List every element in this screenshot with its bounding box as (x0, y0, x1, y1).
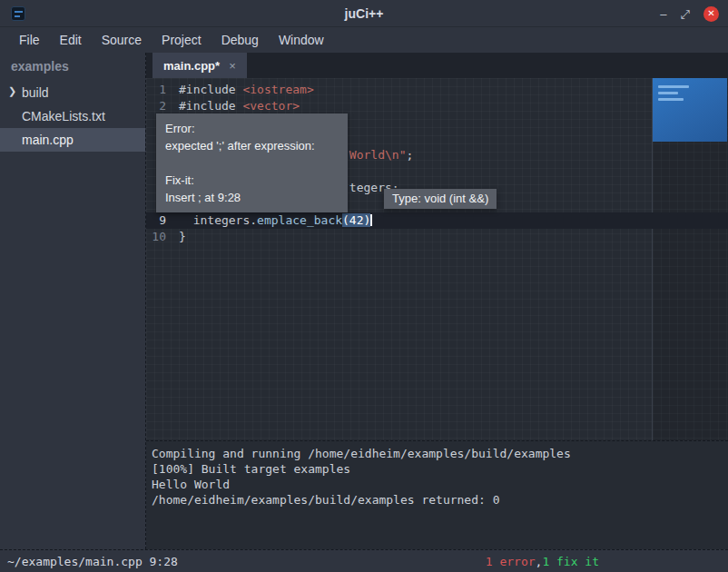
tooltip-spacer (165, 154, 339, 172)
terminal-line: [100%] Built target examples (152, 461, 723, 477)
menu-item-project[interactable]: Project (152, 28, 212, 52)
fixit-label: Fix-it: (165, 172, 339, 189)
menu-item-file[interactable]: File (9, 28, 50, 52)
tree-item-label: CMakeLists.txt (22, 109, 105, 123)
file-tree: ❯buildCMakeLists.txtmain.cpp (0, 81, 145, 152)
line-number: 10 (146, 229, 173, 245)
menu-item-edit[interactable]: Edit (50, 28, 92, 52)
code-token: 42 (349, 213, 364, 227)
code-token: . (250, 213, 257, 227)
line-number: 2 (146, 98, 173, 114)
code-text: } (173, 229, 186, 245)
code-token: ) (364, 213, 371, 227)
code-editor[interactable]: 1#include <iostream>2#include <vector>34… (146, 78, 728, 440)
status-separator: , (536, 555, 543, 568)
terminal-line: Compiling and running /home/eidheim/exam… (152, 446, 723, 461)
line-number: 9 (146, 212, 173, 229)
code-token (179, 213, 193, 227)
maximize-icon[interactable]: ⤢ (681, 8, 690, 20)
menu-item-debug[interactable]: Debug (212, 28, 269, 52)
tab-label: main.cpp* (163, 59, 220, 73)
error-tooltip: Error: expected ';' after expression: Fi… (156, 113, 348, 212)
menu-item-source[interactable]: Source (92, 28, 152, 52)
status-bar: ~/examples/main.cpp 9:28 1 error , 1 fix… (0, 549, 728, 572)
code-token: #include (179, 83, 242, 96)
code-text: #include <vector> (173, 98, 300, 114)
thumbnail-line (658, 98, 684, 101)
tree-item-main-cpp[interactable]: main.cpp (0, 128, 145, 152)
terminal-line: Hello World (152, 477, 723, 492)
title-bar: juCi++ – ⤢ ✕ (0, 0, 728, 27)
sidebar: examples ❯buildCMakeLists.txtmain.cpp (0, 53, 146, 549)
project-name: examples (0, 53, 145, 81)
tree-item-label: build (22, 85, 49, 100)
close-icon[interactable]: ✕ (703, 6, 719, 22)
status-file-position: ~/examples/main.cpp 9:28 (7, 555, 178, 568)
status-diagnostics: 1 error , 1 fix it (486, 550, 599, 572)
code-token: ; (406, 148, 413, 162)
tree-item-build[interactable]: ❯build (0, 81, 145, 104)
code-text: integers.emplace_back(42) (173, 212, 372, 229)
line-number: 1 (146, 82, 173, 98)
thumbnail-line (658, 85, 689, 88)
text-cursor (370, 214, 372, 226)
code-token: <iostream> (242, 83, 313, 96)
minimize-icon[interactable]: – (660, 8, 666, 20)
code-line-10[interactable]: 10} (146, 229, 728, 245)
code-line-9[interactable]: 9 integers.emplace_back(42) (146, 212, 728, 229)
error-tooltip-title: Error: (165, 120, 339, 137)
code-token: integers (193, 213, 251, 227)
app-icon (11, 6, 25, 21)
editor-overview-thumbnail (653, 78, 727, 142)
code-line-1[interactable]: 1#include <iostream> (146, 82, 728, 98)
code-text: #include <iostream> (173, 82, 314, 98)
thumbnail-line (658, 92, 678, 94)
tab-bar: main.cpp* × (146, 53, 728, 78)
code-token: } (179, 230, 186, 243)
menu-bar: FileEditSourceProjectDebugWindow (0, 27, 728, 53)
fixit-message: Insert ; at 9:28 (165, 189, 339, 206)
tab-main-cpp[interactable]: main.cpp* × (152, 53, 247, 78)
app-window: juCi++ – ⤢ ✕ FileEditSourceProjectDebugW… (0, 0, 728, 572)
code-token: <vector> (242, 99, 300, 113)
code-token: World\n" (349, 148, 407, 162)
tree-item-cmakelists-txt[interactable]: CMakeLists.txt (0, 104, 145, 128)
terminal-output[interactable]: Compiling and running /home/eidheim/exam… (146, 440, 728, 549)
chevron-right-icon[interactable]: ❯ (8, 85, 16, 97)
status-fixit-count: 1 fix it (542, 555, 599, 568)
tab-close-icon[interactable]: × (229, 59, 236, 73)
code-line-2[interactable]: 2#include <vector> (146, 98, 728, 114)
status-error-count: 1 error (486, 555, 536, 568)
type-tooltip: Type: void (int &&) (384, 189, 497, 209)
terminal-line: /home/eidheim/examples/build/examples re… (152, 492, 723, 508)
code-token: ( (342, 213, 349, 227)
menu-item-window[interactable]: Window (269, 28, 334, 52)
code-token: emplace_back (257, 213, 342, 227)
code-token: #include (179, 99, 242, 113)
window-title: juCi++ (345, 6, 384, 21)
window-controls: – ⤢ ✕ (660, 0, 719, 27)
tree-item-label: main.cpp (22, 133, 74, 147)
error-tooltip-message: expected ';' after expression: (165, 137, 339, 154)
